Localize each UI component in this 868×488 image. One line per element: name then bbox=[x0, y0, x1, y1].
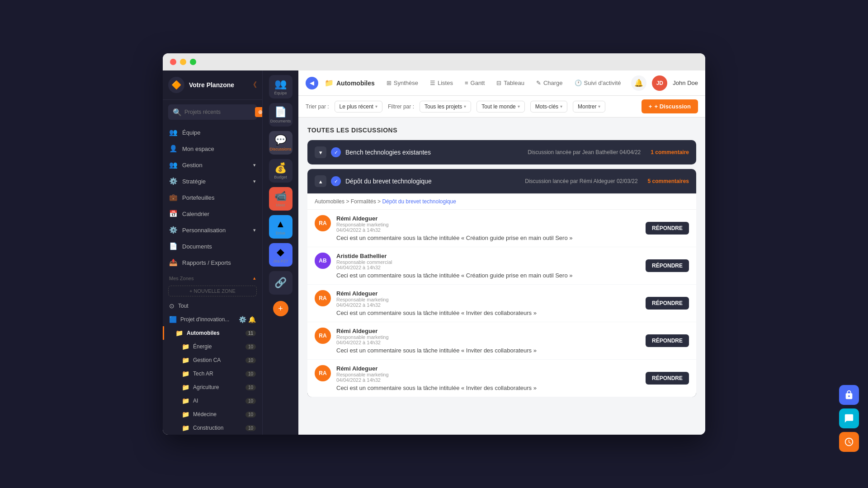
reply-button-4[interactable]: RÉPONDRE bbox=[646, 334, 689, 347]
panel-link[interactable]: 🔗 bbox=[269, 271, 292, 295]
sidebar-item-strategie[interactable]: ⚙️ Stratégie ▾ bbox=[163, 173, 262, 189]
budget-panel-label: Budget bbox=[274, 175, 287, 179]
tab-listes[interactable]: ☰ Listes bbox=[425, 76, 458, 90]
comment-author-4: Rémi Aldeguer bbox=[336, 328, 640, 334]
minimize-button[interactable] bbox=[180, 59, 186, 65]
discussion-toggle-1[interactable]: ▾ bbox=[315, 146, 326, 158]
panel-equipe[interactable]: 👥 Équipe bbox=[269, 75, 292, 99]
sidebar-zone-energie[interactable]: 📁 Énergie 10 bbox=[163, 340, 262, 353]
notification-button[interactable]: 🔔 bbox=[631, 75, 646, 91]
filter-projets-select[interactable]: Tous les projets ▾ bbox=[420, 101, 471, 113]
filter-montrer-select[interactable]: Montrer ▾ bbox=[573, 101, 605, 113]
widget-chat-button[interactable] bbox=[839, 408, 859, 428]
sidebar-item-personnalisation[interactable]: ⚙️ Personnalisation ▾ bbox=[163, 222, 262, 238]
discussion-header-1[interactable]: ▾ ✓ Bench technologies existantes Discus… bbox=[307, 140, 696, 164]
sidebar-item-rapports[interactable]: 📤 Rapports / Exports bbox=[163, 254, 262, 271]
reply-button-3[interactable]: RÉPONDRE bbox=[646, 297, 689, 310]
tab-synthese[interactable]: ⊞ Synthèse bbox=[381, 76, 424, 90]
tab-tableau[interactable]: ⊟ Tableau bbox=[491, 76, 530, 90]
tab-charge[interactable]: ✎ Charge bbox=[531, 76, 568, 90]
energie-folder-icon: 📁 bbox=[182, 343, 189, 350]
sidebar-zone-automobiles[interactable]: 📁 Automobiles 11 bbox=[163, 326, 262, 340]
comment-info-5: Rémi Aldeguer Responsable marketing 04/0… bbox=[336, 365, 640, 391]
search-icon: 🔍 bbox=[173, 108, 182, 117]
panel-meet[interactable]: 📹 Meet bbox=[269, 187, 292, 211]
sidebar-collapse-button[interactable]: 《 bbox=[250, 80, 257, 90]
documents-panel-icon: 📄 bbox=[274, 106, 287, 118]
new-discussion-button[interactable]: + + Discussion bbox=[642, 99, 698, 113]
sidebar-item-documents[interactable]: 📄 Documents bbox=[163, 238, 262, 254]
comment-role-4: Responsable marketing bbox=[336, 334, 640, 340]
plus-icon: + bbox=[649, 103, 652, 110]
breadcrumb-link[interactable]: Dépôt du brevet technologique bbox=[382, 198, 456, 205]
energie-badge: 10 bbox=[245, 344, 256, 350]
trier-select[interactable]: Le plus récent ▾ bbox=[335, 101, 382, 113]
close-button[interactable] bbox=[170, 59, 176, 65]
comment-text-1: Ceci est un commentaire sous la tâche in… bbox=[336, 235, 640, 241]
widget-timer-button[interactable] bbox=[839, 432, 859, 452]
reply-button-5[interactable]: RÉPONDRE bbox=[646, 372, 689, 385]
search-input[interactable] bbox=[184, 109, 252, 115]
sidebar-search-bar[interactable]: 🔍 ⊕ bbox=[168, 104, 257, 120]
reply-button-1[interactable]: RÉPONDRE bbox=[646, 222, 689, 235]
panel-documents[interactable]: 📄 Documents bbox=[269, 103, 292, 127]
sidebar-header: 🔶 Votre Planzone 《 bbox=[163, 70, 262, 100]
gantt-icon: ≡ bbox=[465, 80, 468, 86]
panel-discussions[interactable]: 💬 Discussions bbox=[269, 131, 292, 155]
sidebar-zone-innovation[interactable]: 🟦 Projet d'innovation... ⚙️ 🔔 bbox=[163, 313, 262, 326]
portefeuilles-icon: 💼 bbox=[169, 193, 178, 202]
comment-timestamp-3: 04/04/2022 à 14h32 bbox=[336, 302, 640, 308]
discussion-card-1: ▾ ✓ Bench technologies existantes Discus… bbox=[307, 140, 696, 164]
gantt-label: Gantt bbox=[471, 80, 485, 86]
new-zone-button[interactable]: + NOUVELLE ZONE bbox=[168, 286, 257, 296]
comment-info-2: Aristide Bathellier Responsable commerci… bbox=[336, 253, 640, 279]
panel-budget[interactable]: 💰 Budget bbox=[269, 159, 292, 183]
sidebar-zone-medecine[interactable]: 📁 Médecine 10 bbox=[163, 408, 262, 421]
project-folder-icon: 📁 bbox=[325, 79, 334, 87]
sidebar-item-gestion[interactable]: 👥 Gestion ▾ bbox=[163, 157, 262, 173]
suivi-icon: 🕐 bbox=[575, 80, 582, 86]
medecine-folder-icon: 📁 bbox=[182, 411, 189, 418]
filter-monde-value: Tout le monde bbox=[481, 103, 515, 110]
reply-button-2[interactable]: RÉPONDRE bbox=[646, 259, 689, 272]
tableau-label: Tableau bbox=[504, 80, 524, 86]
maximize-button[interactable] bbox=[190, 59, 196, 65]
charge-icon: ✎ bbox=[536, 80, 541, 86]
equipe-icon: 👥 bbox=[169, 128, 178, 136]
suivi-label: Suivi d'activité bbox=[584, 80, 621, 86]
sidebar-zone-gestion-ca[interactable]: 📁 Gestion CA 10 bbox=[163, 353, 262, 367]
sidebar-zone-tech-ar[interactable]: 📁 Tech AR 10 bbox=[163, 367, 262, 380]
filter-monde-select[interactable]: Tout le monde ▾ bbox=[476, 101, 524, 113]
panel-drive[interactable]: ▲ Drive bbox=[269, 215, 292, 239]
tab-suivi[interactable]: 🕐 Suivi d'activité bbox=[569, 76, 627, 90]
trier-label: Trier par : bbox=[306, 103, 329, 110]
sidebar-item-equipe[interactable]: 👥 Équipe bbox=[163, 124, 262, 141]
sidebar-zone-ai[interactable]: 📁 AI 10 bbox=[163, 394, 262, 408]
mes-zones-title: Mes Zones ▴ bbox=[163, 271, 262, 283]
comment-timestamp-5: 04/04/2022 à 14h32 bbox=[336, 377, 640, 383]
discussion-header-2[interactable]: ▴ ✓ Dépôt du brevet technologique Discus… bbox=[307, 169, 696, 193]
rapports-icon: 📤 bbox=[169, 258, 178, 267]
project-tab[interactable]: 📁 Automobiles bbox=[320, 76, 379, 90]
filter-mots-select[interactable]: Mots-clés ▾ bbox=[530, 101, 567, 113]
sidebar-item-mon-espace[interactable]: 👤 Mon espace bbox=[163, 141, 262, 157]
panel-jira[interactable]: ◆ Jira PZ7 bbox=[269, 243, 292, 267]
discussion-toggle-2[interactable]: ▴ bbox=[315, 175, 326, 187]
sidebar-zone-tout[interactable]: ⊙ Tout bbox=[163, 299, 262, 313]
jira-panel-icon: ◆ bbox=[277, 246, 284, 258]
filter-montrer-value: Montrer bbox=[578, 103, 596, 110]
search-submit-icon[interactable]: ⊕ bbox=[255, 107, 262, 117]
sidebar-zone-construction[interactable]: 📁 Construction 10 bbox=[163, 421, 262, 435]
sidebar-item-portefeuilles[interactable]: 💼 Portefeuilles bbox=[163, 189, 262, 206]
tab-gantt[interactable]: ≡ Gantt bbox=[459, 76, 490, 90]
add-panel-button[interactable]: + bbox=[273, 301, 288, 316]
tout-icon: ⊙ bbox=[169, 302, 175, 310]
comment-text-3: Ceci est un commentaire sous la tâche in… bbox=[336, 310, 640, 316]
discussion-comment-count-1: 1 commentaire bbox=[651, 149, 689, 155]
widget-share-button[interactable] bbox=[839, 385, 859, 405]
back-button[interactable]: ◀ bbox=[306, 77, 318, 89]
construction-badge: 10 bbox=[245, 425, 256, 431]
sidebar-zone-agriculture[interactable]: 📁 Agriculture 10 bbox=[163, 380, 262, 394]
sidebar-item-calendrier[interactable]: 📅 Calendrier bbox=[163, 206, 262, 222]
calendrier-icon: 📅 bbox=[169, 210, 178, 218]
